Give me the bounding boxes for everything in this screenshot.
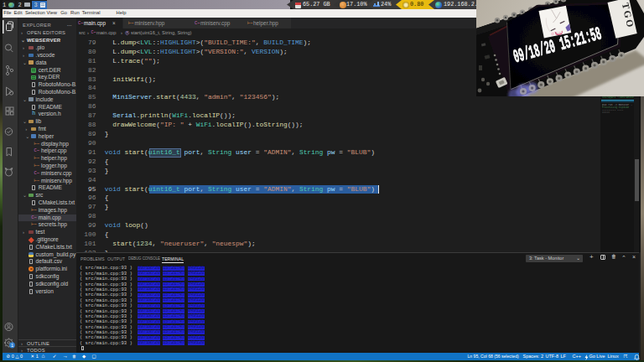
- svg-text:1: 1: [10, 343, 13, 348]
